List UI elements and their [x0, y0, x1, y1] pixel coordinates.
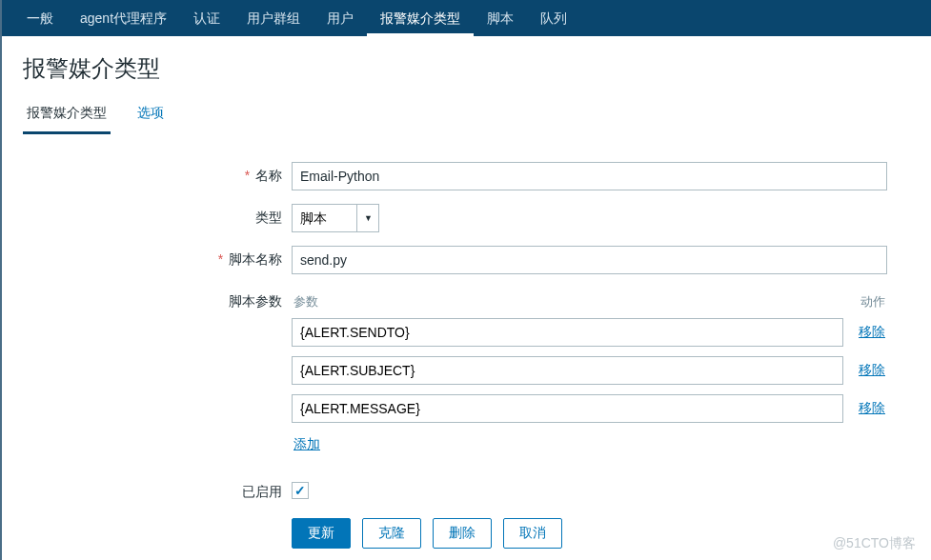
- clone-button[interactable]: 克隆: [362, 518, 421, 549]
- type-select[interactable]: 脚本: [292, 204, 379, 232]
- nav-agent-proxy[interactable]: agent代理程序: [67, 0, 180, 36]
- param-input-1[interactable]: [292, 356, 843, 385]
- label-enabled: 已启用: [25, 478, 292, 501]
- params-header-param: 参数: [292, 293, 843, 310]
- cancel-button[interactable]: 取消: [503, 518, 562, 549]
- nav-general[interactable]: 一般: [13, 0, 67, 36]
- nav-authentication[interactable]: 认证: [180, 0, 233, 36]
- tabs: 报警媒介类型 选项: [2, 97, 931, 135]
- param-row: 移除: [292, 394, 887, 423]
- name-input[interactable]: [292, 162, 887, 190]
- param-row: 移除: [292, 318, 887, 347]
- form-area: * 名称 类型 脚本 * 脚本名称 脚本参数: [2, 135, 931, 560]
- param-remove-link[interactable]: 移除: [843, 400, 887, 417]
- param-input-2[interactable]: [292, 394, 843, 423]
- script-name-input[interactable]: [292, 246, 887, 274]
- enabled-checkbox[interactable]: [292, 482, 309, 499]
- nav-users[interactable]: 用户: [314, 0, 367, 36]
- label-name: * 名称: [25, 162, 292, 185]
- label-script-params: 脚本参数: [25, 288, 292, 310]
- nav-scripts[interactable]: 脚本: [474, 0, 527, 36]
- delete-button[interactable]: 删除: [433, 518, 492, 549]
- params-header-action: 动作: [843, 293, 887, 310]
- top-nav: 一般 agent代理程序 认证 用户群组 用户 报警媒介类型 脚本 队列: [2, 0, 931, 36]
- nav-media-types[interactable]: 报警媒介类型: [367, 0, 474, 36]
- param-add-link[interactable]: 添加: [292, 432, 320, 453]
- tab-media-type[interactable]: 报警媒介类型: [23, 97, 111, 134]
- nav-user-groups[interactable]: 用户群组: [233, 0, 314, 36]
- tab-options[interactable]: 选项: [133, 97, 168, 131]
- label-type: 类型: [25, 204, 292, 227]
- nav-queue[interactable]: 队列: [527, 0, 580, 36]
- script-params-table: 参数 动作 移除 移除 移除 添加: [292, 288, 887, 453]
- param-input-0[interactable]: [292, 318, 843, 347]
- param-remove-link[interactable]: 移除: [843, 362, 887, 379]
- page-title: 报警媒介类型: [2, 36, 931, 97]
- update-button[interactable]: 更新: [292, 518, 351, 549]
- label-script-name: * 脚本名称: [25, 246, 292, 269]
- param-row: 移除: [292, 356, 887, 385]
- param-remove-link[interactable]: 移除: [843, 324, 887, 341]
